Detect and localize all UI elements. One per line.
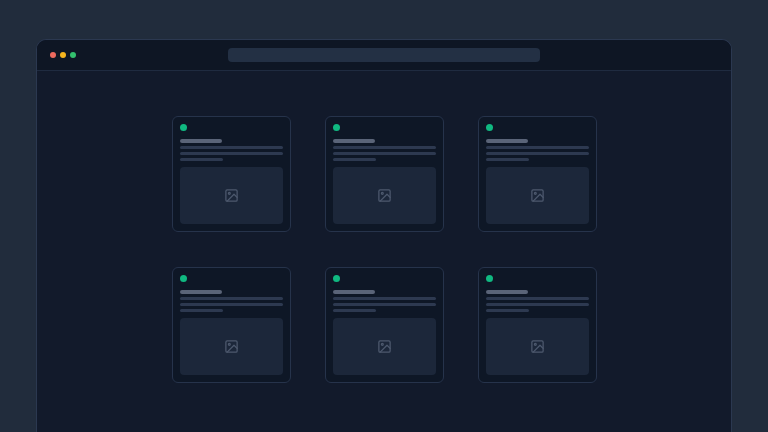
- image-placeholder: [180, 167, 283, 224]
- text-line-skeleton: [333, 146, 436, 149]
- card[interactable]: [478, 116, 597, 232]
- browser-window: [36, 39, 732, 432]
- text-line-skeleton: [333, 297, 436, 300]
- text-line-skeleton: [180, 146, 283, 149]
- image-placeholder: [180, 318, 283, 375]
- text-line-skeleton: [486, 303, 589, 306]
- minimize-window-icon[interactable]: [60, 52, 66, 58]
- text-line-skeleton: [486, 146, 589, 149]
- title-skeleton: [180, 139, 222, 143]
- title-skeleton: [180, 290, 222, 294]
- card-grid: [37, 116, 731, 383]
- close-window-icon[interactable]: [50, 52, 56, 58]
- text-line-skeleton: [486, 297, 589, 300]
- image-placeholder: [333, 318, 436, 375]
- text-line-skeleton: [333, 309, 376, 312]
- status-dot-icon: [333, 124, 340, 131]
- card[interactable]: [325, 267, 444, 383]
- text-line-skeleton: [486, 158, 529, 161]
- text-line-skeleton: [180, 303, 283, 306]
- image-icon: [224, 188, 239, 203]
- title-skeleton: [333, 290, 375, 294]
- text-line-skeleton: [333, 152, 436, 155]
- image-placeholder: [486, 167, 589, 224]
- card[interactable]: [325, 116, 444, 232]
- image-placeholder: [486, 318, 589, 375]
- image-icon: [377, 339, 392, 354]
- browser-content: [37, 71, 731, 383]
- browser-titlebar: [37, 40, 731, 71]
- image-icon: [530, 339, 545, 354]
- image-placeholder: [333, 167, 436, 224]
- image-icon: [530, 188, 545, 203]
- text-line-skeleton: [180, 309, 223, 312]
- card[interactable]: [478, 267, 597, 383]
- status-dot-icon: [333, 275, 340, 282]
- image-icon: [377, 188, 392, 203]
- text-line-skeleton: [333, 158, 376, 161]
- card[interactable]: [172, 267, 291, 383]
- text-line-skeleton: [180, 158, 223, 161]
- status-dot-icon: [486, 124, 493, 131]
- text-line-skeleton: [333, 303, 436, 306]
- text-line-skeleton: [486, 309, 529, 312]
- title-skeleton: [333, 139, 375, 143]
- title-skeleton: [486, 290, 528, 294]
- title-skeleton: [486, 139, 528, 143]
- address-bar[interactable]: [228, 48, 540, 62]
- text-line-skeleton: [486, 152, 589, 155]
- text-line-skeleton: [180, 152, 283, 155]
- maximize-window-icon[interactable]: [70, 52, 76, 58]
- traffic-lights: [50, 40, 76, 70]
- image-icon: [224, 339, 239, 354]
- card[interactable]: [172, 116, 291, 232]
- status-dot-icon: [486, 275, 493, 282]
- text-line-skeleton: [180, 297, 283, 300]
- status-dot-icon: [180, 124, 187, 131]
- status-dot-icon: [180, 275, 187, 282]
